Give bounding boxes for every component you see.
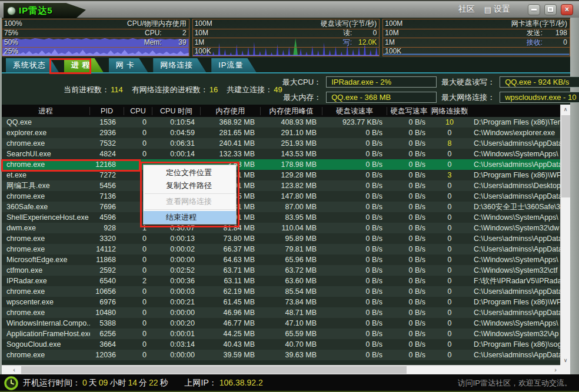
close-button[interactable]: × bbox=[561, 4, 573, 15]
app-title: IP雷达5 bbox=[19, 5, 53, 16]
cell-file-path: C:\Windows\System32\dw bbox=[468, 223, 560, 233]
tab-system-status[interactable]: 系统状态 bbox=[6, 58, 59, 72]
menu-item-copy-path[interactable]: 复制文件路径 bbox=[144, 179, 236, 192]
menu-item-view-connections[interactable]: 查看网络连接 bbox=[144, 195, 236, 208]
col-header-cpu[interactable]: CPU bbox=[124, 107, 152, 115]
table-row[interactable]: ShellExperienceHost.exe 4596 2.91 MB 83.… bbox=[2, 212, 560, 223]
col-header-path[interactable] bbox=[468, 107, 560, 115]
table-row[interactable]: wpscenter.exe 6976 0 0:00:21 61.45 MB 73… bbox=[2, 297, 560, 307]
cpu-memory-graph: 100% 75% 50% 25% CPU/物理内存使用 CPU:2 Mem:39 bbox=[2, 19, 189, 56]
scroll-left-icon[interactable]: ‹ bbox=[9, 366, 19, 374]
minimize-button[interactable] bbox=[528, 4, 540, 15]
cell-memory: 44.25 MB bbox=[201, 329, 261, 339]
max-disk-value: QQ.exe - 924 KB/s bbox=[500, 76, 579, 88]
table-row[interactable]: chrome.exe 10656 0 0:00:03 62.19 MB 85.5… bbox=[2, 286, 560, 297]
cell-memory-peak: 39.63 MB bbox=[261, 350, 322, 360]
cell-file-path: C:\Windows\SystemApps\ bbox=[468, 254, 560, 265]
col-header-pid[interactable]: PID bbox=[90, 107, 124, 115]
app-window: IP雷达5 社区 ▤ 设置 × 100% 75% 5 bbox=[0, 0, 579, 392]
table-row[interactable]: ApplicationFrameHost.exe 6256 0 0:00:01 … bbox=[2, 329, 560, 339]
table-row[interactable]: SearchUI.exe 4824 0 0:00:14 132.33 MB 14… bbox=[2, 149, 560, 159]
scroll-down-icon[interactable]: ∨ bbox=[561, 356, 570, 365]
max-disk-label: 最大硬盘读写： bbox=[441, 77, 495, 88]
settings-button[interactable]: ▤ 设置 bbox=[484, 4, 510, 15]
table-row[interactable]: MicrosoftEdge.exe 11868 0 0:00:00 64.63 … bbox=[2, 254, 560, 265]
cell-process-name: WindowsInternal.Compo... bbox=[2, 318, 90, 329]
cell-process-name: explorer.exe bbox=[2, 128, 90, 138]
table-row[interactable]: chrome.exe 3320 0 0:00:13 73.80 MB 95.89… bbox=[2, 233, 560, 244]
cell-file-path: D:\Program Files (x86)\Ten bbox=[468, 117, 560, 128]
cell-pid: 10656 bbox=[90, 286, 124, 297]
col-header-disk-write[interactable]: 硬盘写速率 bbox=[387, 107, 431, 115]
col-header-memory[interactable]: 内存使用 bbox=[201, 107, 261, 115]
col-header-cpu-time[interactable]: CPU 时间 bbox=[152, 107, 201, 115]
cell-cpu-time: 0:04:59 bbox=[152, 128, 201, 138]
cell-file-path: C:\Windows\SystemApps\ bbox=[468, 149, 560, 159]
table-row[interactable]: 360Safe.exe 7696 5.31 MB 87.00 MB 0 B/s … bbox=[2, 202, 560, 212]
community-message: 访问IP雷达社区，欢迎互动交流。 bbox=[458, 378, 572, 388]
table-row[interactable]: WindowsInternal.Compo... 5388 0 0:00:20 … bbox=[2, 318, 560, 329]
community-link[interactable]: 社区 bbox=[458, 4, 475, 15]
table-row[interactable]: chrome.exe 7136 4.45 MB 147.80 MB 0 B/s … bbox=[2, 191, 560, 202]
col-header-disk-read[interactable]: 硬盘读速率 bbox=[322, 107, 387, 115]
cell-disk-read: 0 B/s bbox=[322, 307, 387, 318]
cell-pid: 4824 bbox=[90, 149, 124, 159]
table-row[interactable]: et.exe 7272 7.41 MB 129.28 MB 0 B/s 0 B/… bbox=[2, 170, 560, 180]
table-row[interactable]: explorer.exe 2936 0 0:04:59 281.65 MB 29… bbox=[2, 128, 560, 138]
table-row[interactable]: chrome.exe 12168 3.53 MB 178.98 MB 0 B/s… bbox=[2, 159, 560, 170]
cell-memory: 39.59 MB bbox=[201, 350, 261, 360]
cell-pid: 2592 bbox=[90, 265, 124, 276]
cell-disk-write: 0 B/s bbox=[387, 297, 431, 307]
col-header-net-connections[interactable]: 网络连接数 bbox=[431, 107, 468, 115]
cell-net-connections: 0 bbox=[431, 350, 468, 360]
table-row[interactable]: 网编工具.exe 5456 0.01 MB 123.82 MB 0 B/s 0 … bbox=[2, 180, 560, 191]
cell-file-path: C:\Users\adminss\AppData bbox=[468, 159, 560, 170]
scrollbar-corner bbox=[560, 365, 570, 374]
scale-label: 100M bbox=[385, 19, 402, 28]
table-row[interactable]: dwm.exe 928 1 0:30:07 81.84 MB 110.04 MB… bbox=[2, 223, 560, 233]
cell-memory-peak: 110.04 MB bbox=[261, 223, 322, 233]
table-row[interactable]: IPRadar.exe 6540 2 0:00:36 63.11 MB 63.6… bbox=[2, 276, 560, 286]
cell-disk-read: 0 B/s bbox=[322, 244, 387, 254]
cell-cpu: 0 bbox=[124, 339, 152, 350]
scroll-up-icon[interactable]: ∧ bbox=[561, 105, 570, 114]
network-graph: 100M 10M 1M 100K 网卡速率(字节/秒) 发送:198 接收:0 bbox=[382, 19, 570, 56]
table-row[interactable]: QQ.exe 1536 0 0:10:54 368.92 MB 408.93 M… bbox=[2, 117, 560, 128]
col-header-process[interactable]: 进程 bbox=[2, 107, 90, 115]
net-recv-value: 0 bbox=[543, 38, 567, 48]
scroll-right-icon[interactable]: › bbox=[551, 366, 560, 374]
cell-process-name: 网编工具.exe bbox=[2, 180, 90, 191]
vertical-scrollbar-thumb[interactable] bbox=[561, 115, 570, 197]
table-row[interactable]: SogouCloud.exe 3664 0 0:03:14 40.43 MB 4… bbox=[2, 339, 560, 350]
cell-disk-write: 0 B/s bbox=[387, 191, 431, 202]
table-row[interactable]: chrome.exe 10480 0 0:00:00 46.96 MB 48.7… bbox=[2, 307, 560, 318]
menu-item-locate-file[interactable]: 定位文件位置 bbox=[144, 166, 236, 179]
table-row[interactable]: chrome.exe 7532 0 0:06:31 240.41 MB 251.… bbox=[2, 138, 560, 149]
table-row[interactable]: chrome.exe 12036 0 0:00:00 39.59 MB 39.6… bbox=[2, 350, 560, 360]
tab-network-card[interactable]: 网 卡 bbox=[109, 58, 148, 72]
cell-net-connections: 0 bbox=[431, 329, 468, 339]
cell-file-path: C:\Windows\explorer.exe bbox=[468, 128, 560, 138]
cell-process-name: et.exe bbox=[2, 170, 90, 180]
menu-item-kill-process[interactable]: 结束进程 bbox=[144, 211, 236, 224]
cell-memory-peak: 40.70 MB bbox=[261, 339, 322, 350]
globe-icon bbox=[7, 6, 16, 15]
tab-processes[interactable]: 进 程 bbox=[64, 58, 104, 72]
app-logo: IP雷达5 bbox=[4, 3, 86, 18]
cell-memory: 64.63 MB bbox=[201, 254, 261, 265]
horizontal-scrollbar[interactable]: ‹ › bbox=[2, 365, 560, 374]
tab-network-connections[interactable]: 网络连接 bbox=[153, 58, 206, 72]
settings-icon: ▤ bbox=[484, 5, 491, 14]
tab-ip-traffic[interactable]: IP流量 bbox=[211, 58, 256, 72]
cell-disk-write: 0 B/s bbox=[387, 202, 431, 212]
cell-process-name: chrome.exe bbox=[2, 244, 90, 254]
col-header-memory-peak[interactable]: 内存使用峰值 bbox=[261, 107, 322, 115]
cell-disk-write: 0 B/s bbox=[387, 212, 431, 223]
cell-pid: 6976 bbox=[90, 297, 124, 307]
horizontal-scrollbar-thumb[interactable] bbox=[21, 366, 407, 374]
vertical-scrollbar[interactable]: ∧ ∨ bbox=[560, 105, 570, 365]
table-row[interactable]: ctfmon.exe 2592 0 0:02:52 63.71 MB 63.72… bbox=[2, 265, 560, 276]
disk-read-label: 读: bbox=[343, 29, 352, 38]
maximize-button[interactable] bbox=[544, 4, 557, 15]
table-row[interactable]: chrome.exe 14112 0 0:00:02 66.37 MB 79.8… bbox=[2, 244, 560, 254]
